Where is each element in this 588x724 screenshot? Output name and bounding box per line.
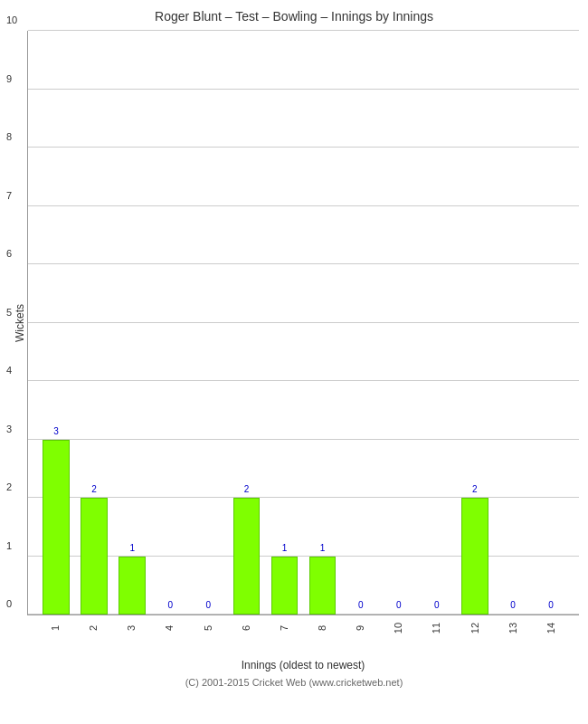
bar-group-11: 0 [418, 31, 456, 614]
x-axis-title-row: Innings (oldest to newest) [9, 659, 579, 672]
bar-group-14: 0 [532, 31, 570, 614]
bar-7: 1 [271, 557, 298, 615]
bar-group-12: 2 [456, 31, 494, 614]
bar-label-2: 2 [91, 484, 97, 494]
bar-group-2: 2 [75, 31, 113, 614]
y-tick-label-4: 4 [6, 365, 12, 376]
y-tick-label-5: 5 [6, 307, 12, 318]
bar-group-10: 0 [380, 31, 418, 614]
bar-group-4: 0 [151, 31, 189, 614]
bar-label-7: 1 [282, 543, 288, 553]
bar-label-3: 1 [129, 543, 135, 553]
bar-3: 1 [119, 557, 145, 615]
bar-group-6: 2 [227, 31, 265, 614]
x-ticks-row: 1234567891011121314 [27, 615, 579, 634]
bar-label-6: 2 [244, 484, 250, 494]
x-tick-1: 1 [50, 609, 61, 647]
bar-label-12: 2 [472, 484, 478, 494]
x-tick-10: 10 [393, 609, 403, 647]
bar-group-13: 0 [494, 31, 532, 614]
copyright: (C) 2001-2015 Cricket Web (www.cricketwe… [185, 677, 403, 688]
x-tick-12: 12 [469, 609, 480, 647]
y-tick-label-10: 10 [6, 14, 17, 25]
x-tick-9: 9 [355, 609, 365, 647]
chart-title: Roger Blunt – Test – Bowling – Innings b… [155, 9, 433, 24]
x-tick-14: 14 [545, 609, 556, 647]
x-tick-2: 2 [88, 609, 99, 647]
x-tick-7: 7 [279, 609, 289, 647]
y-tick-label-9: 9 [6, 73, 12, 84]
bar-8: 1 [309, 557, 336, 615]
x-tick-4: 4 [164, 609, 175, 647]
bar-group-1: 3 [37, 31, 75, 614]
bar-12: 2 [461, 498, 488, 614]
x-tick-8: 8 [317, 609, 327, 647]
x-axis-title: Innings (oldest to newest) [27, 659, 579, 672]
x-tick-3: 3 [126, 609, 137, 647]
y-tick-label-3: 3 [6, 424, 12, 434]
y-tick-label-2: 2 [6, 481, 12, 492]
y-tick-label-1: 1 [6, 540, 12, 551]
bar-1: 3 [43, 440, 69, 615]
bar-6: 2 [233, 498, 260, 614]
x-axis-container: 1234567891011121314 [9, 615, 579, 634]
bars-container: 32100211000200 [28, 31, 579, 614]
bar-group-8: 1 [304, 31, 342, 614]
plot-area: 01234567891032100211000200 [27, 31, 579, 615]
bar-label-8: 1 [320, 543, 326, 553]
chart-area: Wickets 01234567891032100211000200 [9, 31, 579, 615]
x-tick-11: 11 [431, 609, 441, 647]
y-tick-label-7: 7 [6, 190, 12, 201]
bar-group-3: 1 [113, 31, 151, 614]
bar-label-1: 3 [53, 426, 59, 436]
bar-group-5: 0 [189, 31, 227, 614]
x-tick-6: 6 [241, 609, 251, 647]
y-axis-label: Wickets [9, 31, 27, 615]
y-tick-label-0: 0 [6, 598, 12, 609]
y-tick-label-8: 8 [6, 131, 12, 142]
bar-2: 2 [81, 498, 107, 614]
chart-container: Roger Blunt – Test – Bowling – Innings b… [0, 0, 588, 724]
y-tick-label-6: 6 [6, 248, 12, 259]
chart-inner: 01234567891032100211000200 [27, 31, 579, 615]
x-tick-5: 5 [203, 609, 213, 647]
bar-group-9: 0 [342, 31, 380, 614]
bar-group-7: 1 [265, 31, 303, 614]
x-tick-13: 13 [507, 609, 518, 647]
